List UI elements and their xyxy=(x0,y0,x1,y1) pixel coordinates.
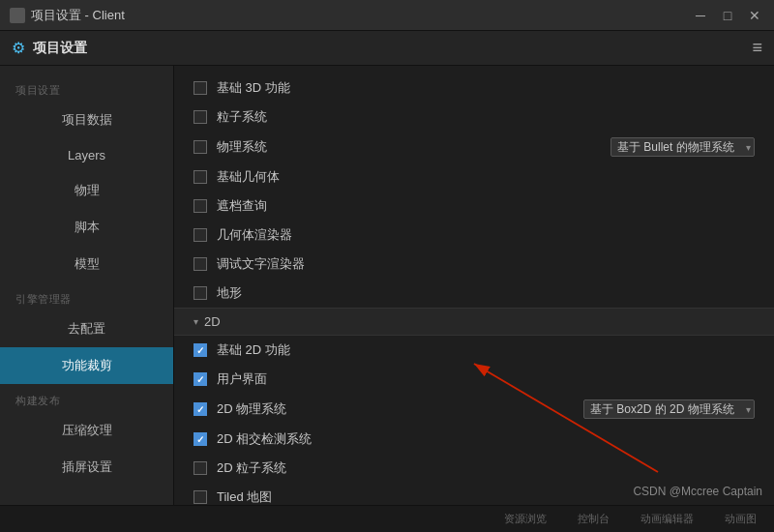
physics-system-select[interactable]: 基于 Bullet 的物理系统 xyxy=(610,137,755,157)
feature-terrain[interactable]: 地形 xyxy=(174,279,774,308)
checkbox-occlusion-query[interactable] xyxy=(194,199,207,213)
label-basic-geometry: 基础几何体 xyxy=(217,168,755,186)
content-area: 基础 3D 功能 粒子系统 物理系统 基于 Bullet 的物理系统 基础几何体 xyxy=(174,66,774,505)
checkbox-basic-2d[interactable] xyxy=(194,343,207,357)
feature-particle-2d[interactable]: 2D 粒子系统 xyxy=(174,454,774,483)
feature-basic-2d[interactable]: 基础 2D 功能 xyxy=(174,336,774,365)
sidebar-item-script[interactable]: 脚本 xyxy=(0,209,173,246)
checkbox-particle-system[interactable] xyxy=(194,110,207,124)
label-occlusion-query: 遮档查询 xyxy=(217,197,755,215)
checkbox-basic-3d[interactable] xyxy=(194,81,207,95)
tab-animation-editor[interactable]: 动画编辑器 xyxy=(635,510,700,528)
feature-debug-text-renderer[interactable]: 调试文字渲染器 xyxy=(174,250,774,279)
title-bar: 项目设置 - Client ─ □ ✕ xyxy=(0,0,774,31)
bottom-bar: 资源浏览 控制台 动画编辑器 动画图 xyxy=(0,505,774,532)
checkbox-tiled-map[interactable] xyxy=(194,490,207,504)
feature-occlusion-query[interactable]: 遮档查询 xyxy=(174,192,774,221)
build-section-label: 构建发布 xyxy=(0,384,173,412)
header-title-group: ⚙ 项目设置 xyxy=(12,39,752,57)
label-debug-text-renderer: 调试文字渲染器 xyxy=(217,255,755,273)
feature-physics-system[interactable]: 物理系统 基于 Bullet 的物理系统 xyxy=(174,132,774,163)
close-button[interactable]: ✕ xyxy=(745,6,764,25)
label-particle-2d: 2D 粒子系统 xyxy=(217,459,755,477)
feature-basic-3d[interactable]: 基础 3D 功能 xyxy=(174,74,774,103)
label-basic-3d: 基础 3D 功能 xyxy=(217,79,755,97)
title-bar-text: 项目设置 - Client xyxy=(31,7,691,24)
label-physics-system: 物理系统 xyxy=(217,138,601,156)
checkbox-physics-2d[interactable] xyxy=(194,402,207,416)
checkbox-physics-system[interactable] xyxy=(194,140,207,154)
feature-physics-2d[interactable]: 2D 物理系统 基于 Box2D 的 2D 物理系统 xyxy=(174,394,774,425)
main-layout: 项目设置 项目数据 Layers 物理 脚本 模型 引擎管理器 去配置 功能裁剪… xyxy=(0,66,774,505)
physics-system-select-wrapper: 基于 Bullet 的物理系统 xyxy=(610,137,755,157)
feature-particle-system[interactable]: 粒子系统 xyxy=(174,103,774,132)
sidebar-item-compress-texture[interactable]: 压缩纹理 xyxy=(0,412,173,449)
checkbox-particle-2d[interactable] xyxy=(194,461,207,475)
checkbox-collision-2d[interactable] xyxy=(194,432,207,446)
header-label: 项目设置 xyxy=(33,40,87,57)
section-2d-arrow: ▾ xyxy=(194,316,198,327)
sidebar-item-remove-config[interactable]: 去配置 xyxy=(0,310,173,347)
sidebar-item-splash-screen[interactable]: 插屏设置 xyxy=(0,449,173,486)
app-header: ⚙ 项目设置 ≡ xyxy=(0,31,774,66)
tab-console[interactable]: 控制台 xyxy=(572,510,615,528)
label-physics-2d: 2D 物理系统 xyxy=(217,400,574,418)
label-ui: 用户界面 xyxy=(217,370,755,388)
sidebar-item-model[interactable]: 模型 xyxy=(0,246,173,282)
sidebar-item-project-data[interactable]: 项目数据 xyxy=(0,102,173,138)
minimize-button[interactable]: ─ xyxy=(691,6,710,25)
physics-2d-select-wrapper: 基于 Box2D 的 2D 物理系统 xyxy=(583,399,755,419)
feature-ui[interactable]: 用户界面 xyxy=(174,365,774,394)
checkbox-geometry-renderer[interactable] xyxy=(194,228,207,242)
physics-2d-select[interactable]: 基于 Box2D 的 2D 物理系统 xyxy=(583,399,755,419)
sidebar: 项目设置 项目数据 Layers 物理 脚本 模型 引擎管理器 去配置 功能裁剪… xyxy=(0,66,174,505)
feature-geometry-renderer[interactable]: 几何体渲染器 xyxy=(174,221,774,250)
label-terrain: 地形 xyxy=(217,284,755,302)
project-section-label: 项目设置 xyxy=(0,74,173,102)
tab-resource-browser[interactable]: 资源浏览 xyxy=(498,510,552,528)
label-collision-2d: 2D 相交检测系统 xyxy=(217,430,755,448)
sidebar-item-physics[interactable]: 物理 xyxy=(0,172,173,209)
maximize-button[interactable]: □ xyxy=(718,6,737,25)
checkbox-basic-geometry[interactable] xyxy=(194,170,207,184)
checkbox-terrain[interactable] xyxy=(194,286,207,300)
label-basic-2d: 基础 2D 功能 xyxy=(217,341,755,359)
section-2d-label: 2D xyxy=(204,314,221,329)
feature-collision-2d[interactable]: 2D 相交检测系统 xyxy=(174,425,774,454)
menu-icon[interactable]: ≡ xyxy=(752,38,762,58)
window-controls: ─ □ ✕ xyxy=(691,6,764,25)
settings-gear-icon: ⚙ xyxy=(12,39,25,57)
feature-basic-geometry[interactable]: 基础几何体 xyxy=(174,163,774,192)
tab-animation-graph[interactable]: 动画图 xyxy=(719,510,762,528)
checkbox-debug-text-renderer[interactable] xyxy=(194,257,207,271)
sidebar-item-layers[interactable]: Layers xyxy=(0,138,173,172)
app-icon xyxy=(10,8,25,23)
label-particle-system: 粒子系统 xyxy=(217,108,755,126)
label-geometry-renderer: 几何体渲染器 xyxy=(217,226,755,244)
watermark: CSDN @Mccree Captain xyxy=(633,485,762,498)
section-2d-header[interactable]: ▾ 2D xyxy=(174,308,774,336)
engine-section-label: 引擎管理器 xyxy=(0,282,173,310)
content-wrapper: 基础 3D 功能 粒子系统 物理系统 基于 Bullet 的物理系统 基础几何体 xyxy=(174,66,774,505)
sidebar-item-feature-clip[interactable]: 功能裁剪 xyxy=(0,347,173,384)
checkbox-ui[interactable] xyxy=(194,372,207,386)
